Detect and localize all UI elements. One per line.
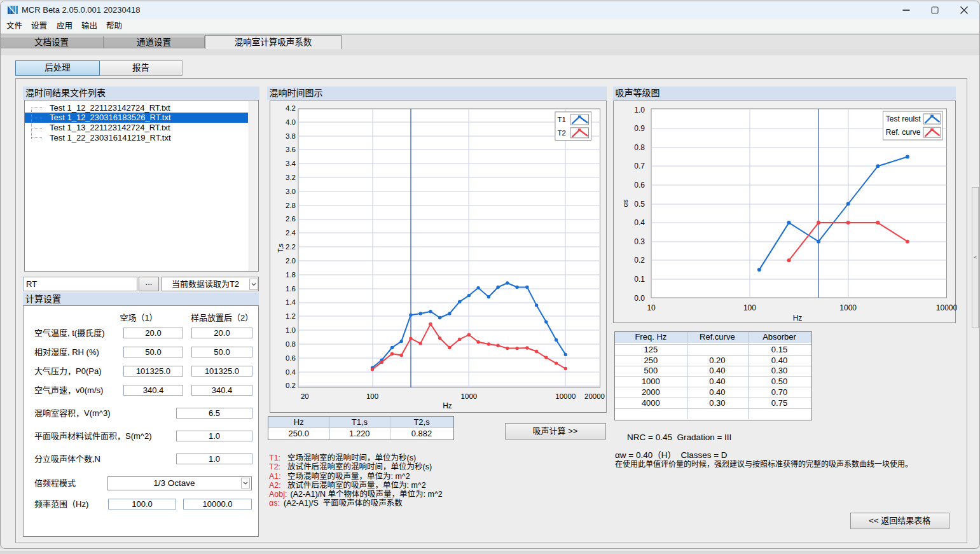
svg-text:Test reulst: Test reulst	[885, 114, 920, 123]
svg-text:100: 100	[366, 392, 378, 399]
svg-text:10000: 10000	[555, 392, 576, 399]
svg-text:0.7: 0.7	[634, 162, 645, 170]
svg-text:T1: T1	[557, 116, 565, 123]
svg-text:10000: 10000	[935, 303, 957, 312]
svg-text:2.6: 2.6	[286, 215, 296, 223]
svg-text:0.8: 0.8	[286, 340, 296, 347]
svg-text:2.8: 2.8	[286, 201, 296, 209]
svg-text:3.8: 3.8	[286, 132, 296, 139]
svg-text:0.6: 0.6	[286, 354, 296, 361]
svg-text:0.5: 0.5	[634, 199, 645, 208]
svg-text:4.2: 4.2	[286, 104, 296, 111]
svg-text:Ref. curve: Ref. curve	[885, 128, 920, 137]
svg-text:0.6: 0.6	[634, 181, 645, 190]
svg-text:Hz: Hz	[792, 313, 802, 322]
svg-text:1.6: 1.6	[286, 284, 296, 292]
svg-text:0.4: 0.4	[634, 218, 645, 227]
svg-text:10: 10	[647, 303, 656, 312]
svg-text:0.8: 0.8	[634, 142, 645, 151]
svg-text:0.4: 0.4	[286, 368, 296, 375]
svg-text:T2: T2	[557, 128, 565, 136]
svg-text:αs: αs	[621, 199, 628, 207]
svg-text:100: 100	[743, 303, 756, 312]
svg-text:3.4: 3.4	[286, 160, 296, 167]
svg-text:1000: 1000	[460, 392, 477, 399]
svg-text:T,s: T,s	[276, 243, 284, 253]
svg-text:0.3: 0.3	[634, 237, 645, 246]
svg-text:2.2: 2.2	[286, 243, 296, 251]
svg-text:0.2: 0.2	[634, 256, 645, 265]
svg-text:Hz: Hz	[443, 401, 452, 410]
svg-text:0.9: 0.9	[634, 124, 645, 133]
svg-text:20000: 20000	[584, 392, 605, 399]
svg-text:1.4: 1.4	[286, 298, 296, 306]
svg-text:0.0: 0.0	[634, 293, 645, 302]
svg-text:2.4: 2.4	[286, 229, 296, 237]
svg-text:0.1: 0.1	[634, 275, 645, 284]
svg-text:3.0: 3.0	[286, 187, 296, 195]
svg-text:1.2: 1.2	[286, 312, 296, 320]
svg-text:2.0: 2.0	[286, 256, 296, 264]
svg-text:1.8: 1.8	[286, 270, 296, 278]
svg-text:1.0: 1.0	[634, 105, 645, 114]
svg-text:20: 20	[300, 392, 308, 399]
svg-text:1.0: 1.0	[286, 326, 296, 334]
svg-text:3.6: 3.6	[286, 146, 296, 153]
svg-text:3.2: 3.2	[286, 173, 296, 181]
svg-text:0.2: 0.2	[286, 382, 296, 389]
svg-text:4.0: 4.0	[286, 118, 296, 125]
svg-text:1000: 1000	[839, 303, 857, 312]
